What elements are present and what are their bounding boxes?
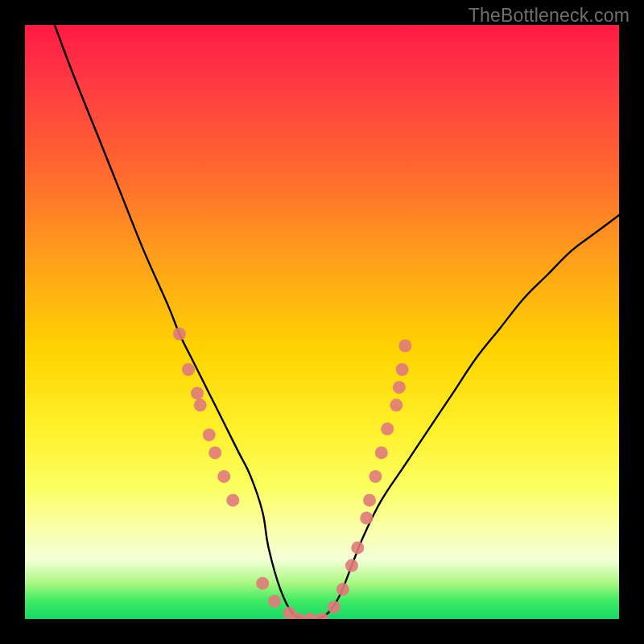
chart-frame: TheBottleneck.com: [0, 0, 644, 644]
chart-plot-area: [25, 25, 619, 619]
watermark-text: TheBottleneck.com: [469, 5, 630, 27]
